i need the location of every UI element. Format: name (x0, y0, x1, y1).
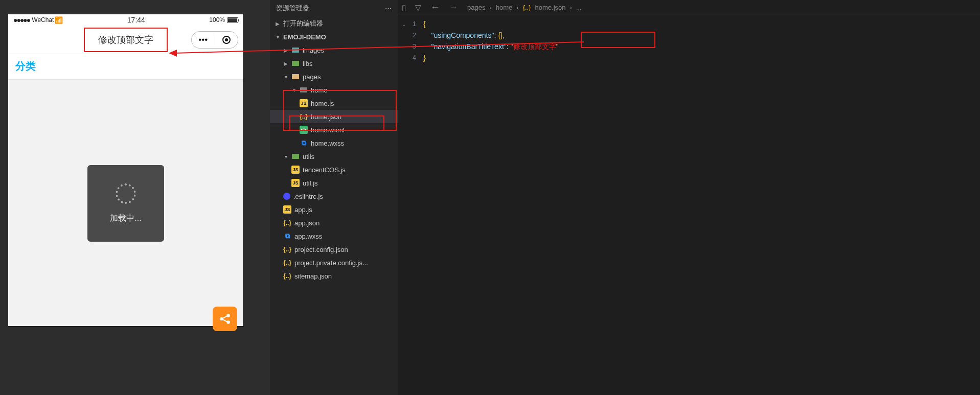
status-bar: ●●●●● WeChat 📶 17:44 100% (8, 14, 243, 26)
editor-body[interactable]: ⌄ 1 2 3 4 { "usingComponents": {}, "navi… (398, 15, 980, 63)
capsule-close-icon[interactable] (215, 36, 238, 44)
folder-libs[interactable]: ▶libs (270, 57, 398, 70)
file-app-wxss[interactable]: ⧉app.wxss (270, 229, 398, 243)
js-file-icon: JS (283, 205, 291, 214)
tree-label: app.json (294, 219, 320, 227)
explorer-title: 资源管理器 (276, 4, 309, 13)
status-time: 17:44 (63, 16, 209, 24)
battery-percent: 100% (209, 16, 225, 24)
carrier-label: WeChat (32, 16, 54, 24)
spinner-icon (116, 183, 136, 204)
section-label: EMOJI-DEMO (283, 33, 326, 41)
nav-back-icon[interactable]: ← (430, 2, 440, 13)
tree-label: tencentCOS.js (303, 166, 346, 174)
signal-dots-icon: ●●●●● (13, 16, 30, 24)
nav-title-bar: 修改顶部文字 ••• (8, 26, 243, 54)
json-file-icon: {..} (283, 245, 291, 253)
section-open-editors[interactable]: ▶打开的编辑器 (270, 17, 398, 30)
chevron-down-icon: ▾ (283, 74, 288, 80)
wxml-file-icon: <> (300, 126, 308, 134)
battery-icon (227, 17, 238, 23)
explorer-more-icon[interactable]: ⋯ (385, 5, 392, 12)
folder-utils[interactable]: ▾utils (270, 150, 398, 163)
json-file-icon: {..} (283, 272, 291, 280)
code-value: {} (498, 31, 503, 39)
tree-label: home.js (311, 100, 334, 107)
explorer-header: 资源管理器 ⋯ (270, 0, 398, 17)
folder-images[interactable]: ▶images (270, 43, 398, 57)
nav-title: 修改顶部文字 (84, 28, 168, 52)
breadcrumb-item[interactable]: home.json (535, 4, 566, 11)
code-key: navigationBarTitleText (434, 42, 504, 51)
file-eslintrc[interactable]: .eslintrc.js (270, 190, 398, 203)
file-util[interactable]: JSutil.js (270, 176, 398, 190)
chevron-down-icon: ▾ (291, 87, 297, 93)
tree-label: .eslintrc.js (293, 193, 323, 200)
fold-icon[interactable]: ⌄ (402, 19, 406, 30)
tree-label: home (311, 86, 328, 94)
tree-label: home.json (311, 113, 341, 121)
file-home-wxml[interactable]: <>home.wxml (270, 123, 398, 136)
js-file-icon: JS (300, 99, 308, 107)
code-key: usingComponents (434, 31, 492, 39)
line-gutter: ⌄ 1 2 3 4 (398, 15, 423, 63)
folder-pages[interactable]: ▾pages (270, 70, 398, 83)
folder-icon (300, 86, 308, 94)
file-tencentcos[interactable]: JStencentCOS.js (270, 163, 398, 176)
file-home-wxss[interactable]: ⧉home.wxss (270, 136, 398, 150)
json-file-icon: {..} (283, 219, 291, 227)
wifi-icon: 📶 (55, 16, 63, 24)
breadcrumb[interactable]: pages› home› {..} home.json› ... (467, 4, 582, 11)
file-project-private-config[interactable]: {..}project.private.config.js... (270, 256, 398, 269)
json-file-icon: {..} (283, 259, 291, 267)
folder-icon (291, 73, 300, 81)
loading-toast: 加载中... (87, 165, 164, 242)
minimap[interactable] (954, 15, 980, 77)
file-app-json[interactable]: {..}app.json (270, 216, 398, 229)
wxss-file-icon: ⧉ (283, 232, 291, 240)
breadcrumb-item[interactable]: pages (467, 4, 485, 11)
share-fab[interactable] (213, 307, 237, 331)
share-icon (218, 312, 232, 326)
line-number: 1 (398, 18, 416, 30)
loading-label: 加载中... (110, 213, 141, 224)
bookmark-icon[interactable]: ▽ (415, 3, 421, 12)
file-home-js[interactable]: JShome.js (270, 97, 398, 110)
tree-label: project.private.config.js... (294, 259, 368, 267)
code-area[interactable]: { "usingComponents": {}, "navigationBarT… (423, 15, 559, 63)
capsule-more-icon[interactable]: ••• (192, 35, 215, 45)
explorer-panel: 资源管理器 ⋯ ▶打开的编辑器 ▾EMOJI-DEMO ▶images ▶lib… (270, 0, 398, 395)
capsule-button[interactable]: ••• (191, 31, 238, 49)
tree-label: home.wxss (311, 140, 344, 147)
file-app-js[interactable]: JSapp.js (270, 203, 398, 216)
file-sitemap[interactable]: {..}sitemap.json (270, 269, 398, 283)
tree-label: pages (303, 73, 321, 81)
folder-icon (291, 152, 300, 160)
file-home-json[interactable]: {..}home.json (270, 110, 398, 123)
tree-label: images (303, 47, 324, 54)
chevron-down-icon: ▾ (283, 154, 288, 159)
nav-forward-icon[interactable]: → (449, 2, 458, 13)
chevron-right-icon: ▶ (283, 48, 288, 53)
chevron-right-icon: ▶ (283, 61, 288, 66)
code-value: 修改顶部文字 (513, 42, 556, 51)
js-file-icon: JS (291, 166, 300, 174)
tree-label: app.wxss (294, 233, 322, 240)
tab-category[interactable]: 分类 (15, 60, 36, 72)
line-number: 4 (398, 52, 416, 63)
tree-label: app.js (294, 206, 312, 214)
breadcrumb-item[interactable]: home (496, 4, 513, 11)
split-icon[interactable]: ▯ (402, 3, 406, 12)
file-project-config[interactable]: {..}project.config.json (270, 243, 398, 256)
tree-label: util.js (303, 179, 318, 187)
folder-home[interactable]: ▾home (270, 83, 398, 97)
tree-label: libs (303, 60, 313, 67)
section-project[interactable]: ▾EMOJI-DEMO (270, 30, 398, 43)
chevron-right-icon: ▶ (275, 21, 280, 27)
editor-topbar: ▯ ▽ ← → pages› home› {..} home.json› ... (398, 0, 980, 15)
js-file-icon: JS (291, 179, 300, 187)
folder-icon (291, 46, 300, 54)
breadcrumb-more[interactable]: ... (576, 4, 582, 11)
svg-point-2 (226, 320, 230, 324)
folder-icon (291, 59, 300, 67)
